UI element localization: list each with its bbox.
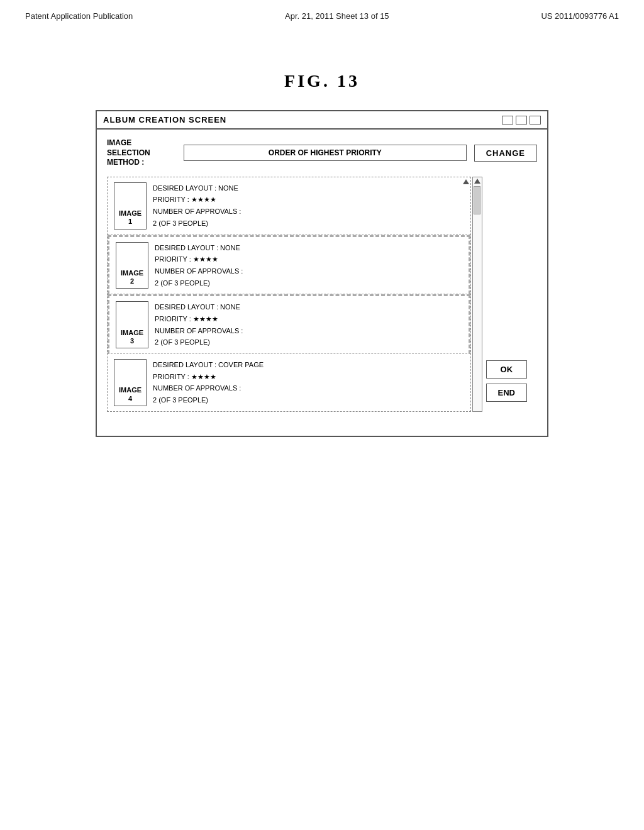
approvals-label-1: NUMBER OF APPROVALS : xyxy=(153,206,241,218)
approvals-value-3: 2 (OF 3 PEOPLE) xyxy=(155,336,243,348)
image-thumb-2: IMAGE2 xyxy=(116,242,148,289)
header-right: US 2011/0093776 A1 xyxy=(541,11,619,21)
image-label-1: IMAGE1 xyxy=(119,209,142,226)
approvals-value-2: 2 (OF 3 PEOPLE) xyxy=(155,277,243,289)
priority-2: PRIORITY : ★★★★ xyxy=(155,253,243,265)
image-thumb-4: IMAGE4 xyxy=(114,359,147,406)
image-thumb-3: IMAGE3 xyxy=(116,301,148,348)
image-label-2: IMAGE2 xyxy=(121,269,143,285)
change-button[interactable]: CHANGE xyxy=(474,145,537,162)
header-left: Patent Application Publication xyxy=(25,11,133,21)
priority-3: PRIORITY : ★★★★ xyxy=(155,313,243,325)
method-row: IMAGE SELECTION METHOD : ORDER OF HIGHES… xyxy=(97,130,547,177)
image-info-2: DESIRED LAYOUT : NONE PRIORITY : ★★★★ NU… xyxy=(155,242,243,289)
image-info-1: DESIRED LAYOUT : NONE PRIORITY : ★★★★ NU… xyxy=(153,182,241,230)
desired-layout-1: DESIRED LAYOUT : NONE xyxy=(153,182,241,194)
header-middle: Apr. 21, 2011 Sheet 13 of 15 xyxy=(285,11,389,21)
window-controls xyxy=(502,116,541,124)
approvals-value-1: 2 (OF 3 PEOPLE) xyxy=(153,218,241,230)
scroll-arrow-top xyxy=(463,179,469,184)
approvals-label-2: NUMBER OF APPROVALS : xyxy=(155,265,243,277)
approvals-value-4: 2 (OF 3 PEOPLE) xyxy=(153,394,264,406)
approvals-label-4: NUMBER OF APPROVALS : xyxy=(153,382,264,394)
priority-1: PRIORITY : ★★★★ xyxy=(153,194,241,206)
image-item-4: IMAGE4 DESIRED LAYOUT : COVER PAGE PRIOR… xyxy=(108,354,470,411)
image-item-1: IMAGE1 DESIRED LAYOUT : NONE PRIORITY : … xyxy=(108,177,470,235)
win-btn-1[interactable] xyxy=(502,116,513,124)
image-label-4: IMAGE4 xyxy=(119,386,142,402)
scrollbar[interactable] xyxy=(472,177,482,412)
image-info-4: DESIRED LAYOUT : COVER PAGE PRIORITY : ★… xyxy=(153,359,264,406)
scroll-thumb[interactable] xyxy=(474,186,480,214)
ok-button[interactable]: OK xyxy=(486,360,527,379)
image-item-3: IMAGE3 DESIRED LAYOUT : NONE PRIORITY : … xyxy=(108,294,470,354)
method-value-box: ORDER OF HIGHEST PRIORITY xyxy=(184,145,467,161)
win-btn-2[interactable] xyxy=(516,116,527,124)
image-items-container: IMAGE1 DESIRED LAYOUT : NONE PRIORITY : … xyxy=(108,177,470,411)
method-label: IMAGE SELECTION METHOD : xyxy=(107,138,176,168)
desired-layout-2: DESIRED LAYOUT : NONE xyxy=(155,242,243,254)
image-info-3: DESIRED LAYOUT : NONE PRIORITY : ★★★★ NU… xyxy=(155,301,243,348)
desired-layout-4: DESIRED LAYOUT : COVER PAGE xyxy=(153,359,264,371)
header: Patent Application Publication Apr. 21, … xyxy=(0,0,644,21)
album-creation-screen: ALBUM CREATION SCREEN IMAGE SELECTION ME… xyxy=(96,110,548,437)
priority-4: PRIORITY : ★★★★ xyxy=(153,371,264,383)
image-list: IMAGE1 DESIRED LAYOUT : NONE PRIORITY : … xyxy=(107,177,471,412)
scroll-up-arrow[interactable] xyxy=(474,179,480,184)
desired-layout-3: DESIRED LAYOUT : NONE xyxy=(155,301,243,313)
screen-title: ALBUM CREATION SCREEN xyxy=(103,115,226,124)
image-thumb-1: IMAGE1 xyxy=(114,182,147,230)
image-item-2: IMAGE2 DESIRED LAYOUT : NONE PRIORITY : … xyxy=(108,235,470,295)
screen-title-bar: ALBUM CREATION SCREEN xyxy=(97,111,547,130)
figure-title: FIG. 13 xyxy=(0,71,644,91)
win-btn-3[interactable] xyxy=(530,116,541,124)
image-label-3: IMAGE3 xyxy=(121,329,143,345)
end-button[interactable]: END xyxy=(486,384,527,402)
approvals-label-3: NUMBER OF APPROVALS : xyxy=(155,325,243,337)
